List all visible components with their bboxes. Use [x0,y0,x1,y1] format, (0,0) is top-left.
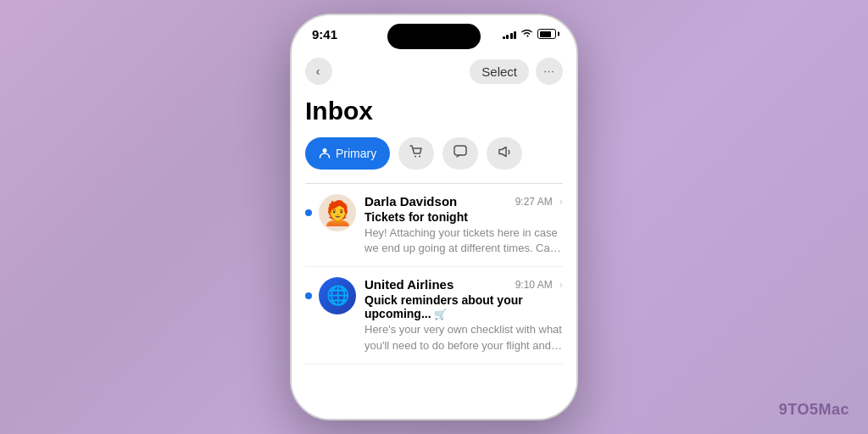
tab-primary-label: Primary [336,147,376,160]
tab-promotions[interactable] [487,137,522,170]
avatar: 🌐 [319,277,356,314]
email-preview: Here's your very own checklist with what… [364,322,563,353]
email-body: United Airlines 9:10 AM › Quick reminder… [364,277,563,353]
email-item[interactable]: 🧑‍🦰 Darla Davidson 9:27 AM › Tickets for… [305,184,563,267]
email-sender: United Airlines [364,277,453,292]
chat-icon [453,144,468,163]
avatar: 🧑‍🦰 [319,194,356,231]
status-time: 9:41 [312,27,337,42]
scene: 9TO5Mac 9:41 [0,0,868,434]
select-button[interactable]: Select [470,59,529,84]
tab-social[interactable] [442,137,478,170]
signal-bars-icon [503,29,517,39]
shopping-badge-icon: 🛒 [434,309,447,320]
back-button[interactable]: ‹ [305,58,332,85]
more-options-button[interactable]: ··· [536,58,563,85]
svg-point-0 [323,148,327,153]
status-icons [503,28,557,41]
svg-rect-3 [454,146,466,155]
email-item[interactable]: 🌐 United Airlines 9:10 AM › Quick remind… [305,267,563,364]
chevron-right-icon: › [559,278,563,291]
email-preview: Hey! Attaching your tickets here in case… [364,225,563,256]
status-bar: 9:41 [292,15,576,53]
chevron-right-icon: › [559,195,563,208]
cart-icon [409,144,424,163]
back-chevron-icon: ‹ [316,64,320,78]
tab-shopping[interactable] [398,137,434,170]
email-body: Darla Davidson 9:27 AM › Tickets for ton… [364,194,563,256]
unread-indicator [305,292,312,299]
battery-icon [537,29,556,39]
ellipsis-icon: ··· [543,65,554,77]
email-subject: Tickets for tonight [364,210,563,224]
svg-point-2 [419,156,420,158]
email-subject: Quick reminders about your upcoming... 🛒 [364,293,563,320]
category-tabs: Primary [305,137,563,170]
email-sender: Darla Davidson [364,194,457,209]
email-list: 🧑‍🦰 Darla Davidson 9:27 AM › Tickets for… [305,183,563,364]
dynamic-island [387,24,481,49]
iphone-frame: 9:41 [290,14,578,420]
email-time: 9:10 AM › [515,278,563,291]
megaphone-icon [497,144,512,163]
wifi-icon [520,28,533,41]
email-time: 9:27 AM › [515,195,563,208]
unread-indicator [305,209,312,216]
tab-primary[interactable]: Primary [305,137,390,170]
inbox-title: Inbox [305,97,563,125]
svg-point-1 [415,156,416,158]
nav-bar: ‹ Select ··· [292,53,576,90]
nav-right-actions: Select ··· [470,58,563,85]
watermark-text: 9TO5Mac [779,401,849,419]
main-content: Inbox Primary [292,90,576,419]
person-icon [319,147,331,161]
